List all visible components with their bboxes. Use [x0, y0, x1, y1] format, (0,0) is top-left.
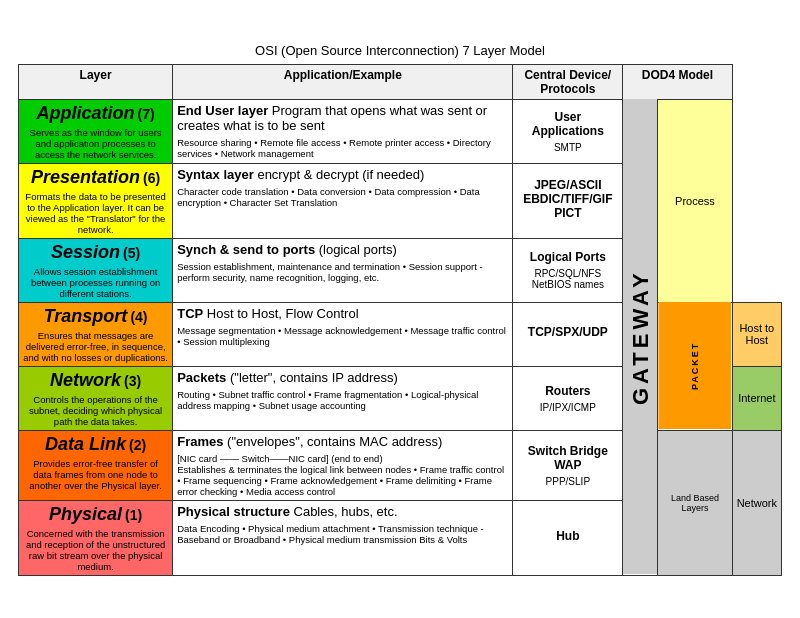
app-cell-network: Packets ("letter", contains IP address)R…	[173, 366, 513, 430]
layer-num-transport: (4)	[130, 309, 147, 325]
layer-desc-datalink: Provides error-free transfer of data fra…	[23, 458, 168, 491]
header-dod: DOD4 Model	[623, 64, 732, 99]
dod-cell-application: Process	[658, 99, 732, 302]
proto-cell-network: RoutersIP/IPX/ICMP	[513, 366, 623, 430]
layer-num-physical: (1)	[125, 507, 142, 523]
proto-cell-transport: TCP/SPX/UDP	[513, 302, 623, 366]
layer-cell-application: Application (7)Serves as the window for …	[19, 99, 173, 163]
layer-name-transport: Transport	[44, 306, 128, 326]
osi-diagram: OSI (Open Source Interconnection) 7 Laye…	[10, 35, 790, 584]
app-cell-session: Synch & send to ports (logical ports)Ses…	[173, 238, 513, 302]
app-main-transport: TCP Host to Host, Flow Control	[177, 306, 508, 321]
proto-cell-physical: Hub	[513, 500, 623, 575]
layer-cell-physical: Physical (1)Concerned with the transmiss…	[19, 500, 173, 575]
app-sub-application: Resource sharing • Remote file access • …	[177, 137, 508, 159]
layer-cell-network: Network (3)Controls the operations of th…	[19, 366, 173, 430]
layer-name-session: Session	[51, 242, 120, 262]
proto-cell-datalink: Switch Bridge WAPPPP/SLIP	[513, 430, 623, 500]
app-cell-application: End User layer Program that opens what w…	[173, 99, 513, 163]
layer-name-datalink: Data Link	[45, 434, 126, 454]
layer-desc-application: Serves as the window for users and appli…	[23, 127, 168, 160]
header-layer: Layer	[19, 64, 173, 99]
proto-cell-session: Logical PortsRPC/SQL/NFS NetBIOS names	[513, 238, 623, 302]
layer-cell-presentation: Presentation (6)Formats the data to be p…	[19, 163, 173, 238]
app-sub-session: Session establishment, maintenance and t…	[177, 261, 508, 283]
land-based-label: Land Based Layers	[658, 430, 732, 575]
app-main-application: End User layer Program that opens what w…	[177, 103, 508, 133]
gateway-label: GATEWAY	[623, 99, 658, 575]
dod-cell-datalink: Network	[732, 430, 781, 575]
layer-desc-physical: Concerned with the transmission and rece…	[23, 528, 168, 572]
osi-table: Layer Application/Example Central Device…	[18, 64, 782, 576]
layer-num-network: (3)	[124, 373, 141, 389]
layer-cell-datalink: Data Link (2)Provides error-free transfe…	[19, 430, 173, 500]
layer-name-network: Network	[50, 370, 121, 390]
proto-cell-presentation: JPEG/ASCII EBDIC/TIFF/GIF PICT	[513, 163, 623, 238]
app-main-session: Synch & send to ports (logical ports)	[177, 242, 508, 257]
app-cell-datalink: Frames ("envelopes", contains MAC addres…	[173, 430, 513, 500]
app-cell-presentation: Syntax layer encrypt & decrypt (if neede…	[173, 163, 513, 238]
layer-name-application: Application	[37, 103, 135, 123]
app-sub2-datalink: [NIC card —— Switch——NIC card] (end to e…	[177, 453, 508, 464]
app-sub-presentation: Character code translation • Data conver…	[177, 186, 508, 208]
layer-desc-network: Controls the operations of the subnet, d…	[23, 394, 168, 427]
dod-cell-transport: Host to Host	[732, 302, 781, 366]
app-cell-physical: Physical structure Cables, hubs, etc.Dat…	[173, 500, 513, 575]
layer-cell-session: Session (5)Allows session establishment …	[19, 238, 173, 302]
header-central: Central Device/ Protocols	[513, 64, 623, 99]
app-cell-transport: TCP Host to Host, Flow ControlMessage se…	[173, 302, 513, 366]
app-sub-network: Routing • Subnet traffic control • Frame…	[177, 389, 508, 411]
app-main-network: Packets ("letter", contains IP address)	[177, 370, 508, 385]
app-sub-transport: Message segmentation • Message acknowled…	[177, 325, 508, 347]
app-sub-physical: Data Encoding • Physical medium attachme…	[177, 523, 508, 545]
app-main-presentation: Syntax layer encrypt & decrypt (if neede…	[177, 167, 508, 182]
header-app: Application/Example	[173, 64, 513, 99]
layer-num-presentation: (6)	[143, 170, 160, 186]
dod-cell-network: Internet	[732, 366, 781, 430]
layer-desc-presentation: Formats the data to be presented to the …	[23, 191, 168, 235]
main-title: OSI (Open Source Interconnection) 7 Laye…	[18, 43, 782, 58]
app-main-datalink: Frames ("envelopes", contains MAC addres…	[177, 434, 508, 449]
layer-name-presentation: Presentation	[31, 167, 140, 187]
proto-cell-application: User ApplicationsSMTP	[513, 99, 623, 163]
layer-num-datalink: (2)	[129, 437, 146, 453]
layer-cell-transport: Transport (4)Ensures that messages are d…	[19, 302, 173, 366]
layer-desc-session: Allows session establishment between pro…	[23, 266, 168, 299]
packet-label: PACKET	[658, 302, 732, 430]
layer-name-physical: Physical	[49, 504, 122, 524]
layer-desc-transport: Ensures that messages are delivered erro…	[23, 330, 168, 363]
layer-num-application: (7)	[138, 106, 155, 122]
app-sub-datalink: Establishes & terminates the logical lin…	[177, 464, 508, 497]
layer-num-session: (5)	[123, 245, 140, 261]
app-main-physical: Physical structure Cables, hubs, etc.	[177, 504, 508, 519]
